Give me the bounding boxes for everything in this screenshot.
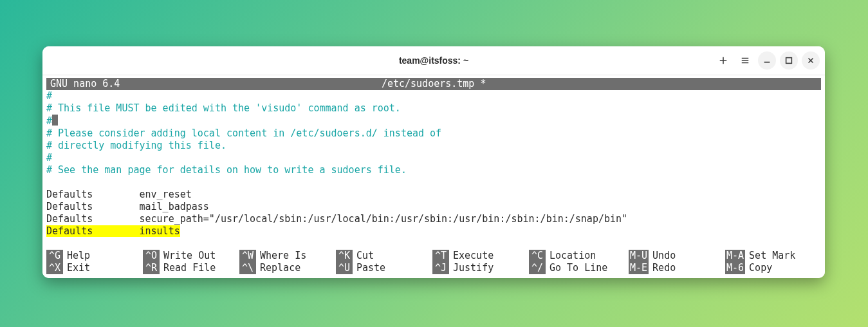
titlebar: team@itsfoss: ~ [42,46,825,75]
shortcut-cut: ^KCut [336,250,432,262]
comment-line: # [46,115,52,127]
highlighted-line: Defaults insults [46,225,180,237]
comment-line: # [46,152,52,164]
terminal-window: team@itsfoss: ~ GNU nano 6.4/et [42,46,825,278]
comment-line: # directly modifying this file. [46,140,226,151]
shortcut-redo: M-ERedo [629,262,725,274]
config-line: Defaults env_reset [46,189,192,200]
config-line: Defaults secure_path="/usr/local/sbin:/u… [46,213,627,225]
terminal-body[interactable]: GNU nano 6.4/etc/sudoers.tmp *# # This f… [42,75,825,278]
comment-line: # Please consider adding local content i… [46,127,441,139]
desktop: team@itsfoss: ~ GNU nano 6.4/et [0,0,868,327]
comment-line: # See the man page for details on how to… [46,164,407,176]
shortcut-location: ^CLocation [529,250,629,262]
hamburger-menu-icon[interactable] [736,51,754,70]
shortcut-replace: ^\Replace [239,262,336,274]
shortcut-set-mark: M-ASet Mark [725,250,822,262]
shortcut-go-to-line: ^/Go To Line [529,262,629,274]
shortcut-paste: ^UPaste [336,262,432,274]
new-tab-icon[interactable] [714,51,732,70]
shortcut-justify: ^JJustify [432,262,529,274]
svg-rect-0 [786,58,792,64]
shortcut-help: ^GHelp [46,250,143,262]
nano-file-name: /etc/sudoers.tmp * [124,78,744,90]
comment-line: # [46,90,52,102]
shortcut-undo: M-UUndo [629,250,725,262]
window-title: team@itsfoss: ~ [399,55,468,66]
maximize-button[interactable] [780,51,798,70]
shortcut-exit: ^XExit [46,262,143,274]
minimize-button[interactable] [758,51,776,70]
shortcut-write-out: ^OWrite Out [143,250,239,262]
nano-statusbar: GNU nano 6.4/etc/sudoers.tmp * [46,78,821,90]
shortcut-where-is: ^WWhere Is [239,250,336,262]
shortcut-copy: M-6Copy [725,262,822,274]
text-cursor [52,115,58,126]
config-line: Defaults mail_badpass [46,201,209,212]
titlebar-controls [714,46,820,75]
nano-app-name: GNU nano 6.4 [46,78,124,90]
close-button[interactable] [802,51,820,70]
comment-line: # This file MUST be edited with the 'vis… [46,102,401,114]
shortcut-execute: ^TExecute [432,250,529,262]
nano-shortcuts: ^GHelp^OWrite Out^WWhere Is^KCut^TExecut… [46,250,821,274]
shortcut-read-file: ^RRead File [143,262,239,274]
